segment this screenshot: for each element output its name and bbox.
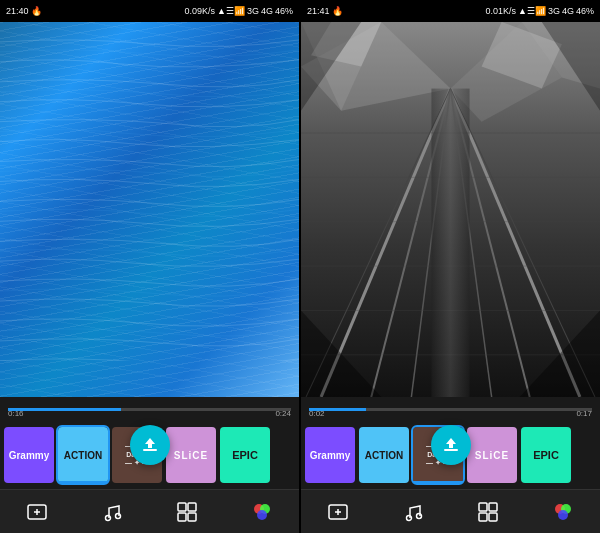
svg-point-5: [116, 513, 121, 518]
timeline-end-right: 0:17: [576, 409, 592, 418]
status-right-right: 0.01K/s ▲☰📶 3G 4G 46%: [486, 6, 595, 16]
filter-action-left[interactable]: ACTION: [58, 427, 108, 483]
status-left-right: 21:41 🔥: [307, 6, 343, 16]
svg-rect-9: [188, 513, 196, 521]
right-panel: 21:41 🔥 0.01K/s ▲☰📶 3G 4G 46%: [301, 0, 600, 533]
fire-icon-left: 🔥: [31, 6, 42, 16]
color-button-left[interactable]: [244, 494, 280, 530]
svg-rect-7: [188, 503, 196, 511]
svg-point-4: [106, 515, 111, 520]
svg-point-51: [558, 510, 568, 520]
status-left-left: 21:40 🔥: [6, 6, 42, 16]
svg-rect-34: [431, 89, 469, 397]
svg-rect-47: [479, 513, 487, 521]
filter-epic-left[interactable]: EPIC: [220, 427, 270, 483]
toolbar-left: [0, 489, 299, 533]
svg-rect-6: [178, 503, 186, 511]
timeline-track-left[interactable]: [8, 408, 291, 411]
fab-button-right[interactable]: [431, 425, 471, 465]
video-bg-right: [301, 22, 600, 397]
timeline-end-left: 0:24: [275, 409, 291, 418]
left-panel: 21:40 🔥 0.09K/s ▲☰📶 3G 4G 46%: [0, 0, 299, 533]
timeline-bar-right[interactable]: 0:02 0:17: [301, 397, 600, 421]
add-clip-button-right[interactable]: [320, 494, 356, 530]
upload-icon-left: [140, 435, 160, 455]
svg-rect-0: [143, 449, 157, 451]
timeline-progress-right: [309, 408, 366, 411]
fire-icon-right: 🔥: [332, 6, 343, 16]
time-left: 21:40: [6, 6, 29, 16]
music-button-right[interactable]: [395, 494, 431, 530]
svg-rect-48: [489, 513, 497, 521]
speed-left: 0.09K/s: [185, 6, 216, 16]
fab-area-left: [130, 425, 170, 465]
active-bar-left: [58, 481, 108, 483]
filter-slice-right[interactable]: SLiCE: [467, 427, 517, 483]
svg-rect-45: [479, 503, 487, 511]
video-bg-left: [0, 22, 299, 397]
signal-icons-right: ▲☰📶: [518, 6, 546, 16]
filter-grammy-left[interactable]: Grammy: [4, 427, 54, 483]
4g-right: 4G: [562, 6, 574, 16]
water-ripples: [0, 22, 299, 361]
battery-right: 46%: [576, 6, 594, 16]
svg-rect-46: [489, 503, 497, 511]
svg-point-44: [417, 513, 422, 518]
music-button-left[interactable]: [94, 494, 130, 530]
upload-icon-right: [441, 435, 461, 455]
status-bar-right: 21:41 🔥 0.01K/s ▲☰📶 3G 4G 46%: [301, 0, 600, 22]
battery-left: 46%: [275, 6, 293, 16]
signal-icons-left: ▲☰📶: [217, 6, 245, 16]
filter-epic-right[interactable]: EPIC: [521, 427, 571, 483]
4g-left: 4G: [261, 6, 273, 16]
bw-scene: [301, 22, 600, 397]
timeline-progress-left: [8, 408, 121, 411]
svg-point-12: [257, 510, 267, 520]
svg-point-43: [407, 515, 412, 520]
status-bar-left: 21:40 🔥 0.09K/s ▲☰📶 3G 4G 46%: [0, 0, 299, 22]
toolbar-right: [301, 489, 600, 533]
add-clip-button-left[interactable]: [19, 494, 55, 530]
timeline-bar-left[interactable]: 0:16 0:24: [0, 397, 299, 421]
effects-button-right[interactable]: [470, 494, 506, 530]
time-right: 21:41: [307, 6, 330, 16]
timeline-track-right[interactable]: [309, 408, 592, 411]
filter-grammy-right[interactable]: Grammy: [305, 427, 355, 483]
video-area-left: [0, 22, 299, 397]
effects-button-left[interactable]: [169, 494, 205, 530]
fab-area-right: [431, 425, 471, 465]
filter-action-right[interactable]: ACTION: [359, 427, 409, 483]
filter-slice-left[interactable]: SLiCE: [166, 427, 216, 483]
network-right: 3G: [548, 6, 560, 16]
fab-button-left[interactable]: [130, 425, 170, 465]
network-left: 3G: [247, 6, 259, 16]
color-button-right[interactable]: [545, 494, 581, 530]
speed-right: 0.01K/s: [486, 6, 517, 16]
svg-rect-8: [178, 513, 186, 521]
video-area-right: [301, 22, 600, 397]
status-right-left: 0.09K/s ▲☰📶 3G 4G 46%: [185, 6, 294, 16]
active-bar-right: [413, 481, 463, 483]
svg-rect-39: [444, 449, 458, 451]
